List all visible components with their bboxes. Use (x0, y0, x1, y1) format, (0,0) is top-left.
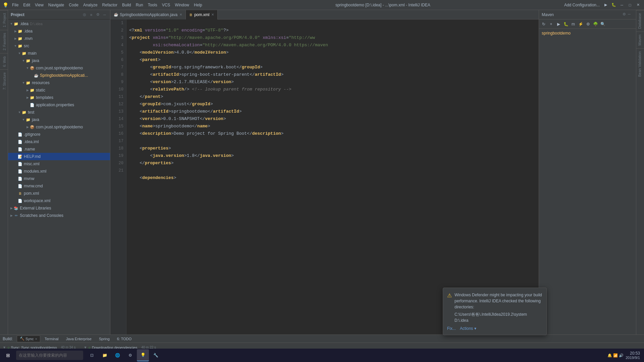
tree-item-resources[interactable]: ▼ 📁 resources (8, 79, 110, 86)
menu-build[interactable]: Build (120, 2, 133, 8)
tree-item-name[interactable]: 📄 .name (8, 145, 110, 153)
tree-item-app-java[interactable]: ☕ SpringbootdemoApplicati... (8, 72, 110, 79)
tree-item-templates[interactable]: ▶ 📁 templates (8, 94, 110, 101)
tree-item-mvnw[interactable]: 📄 mvnw (8, 175, 110, 182)
tree-label: HELP.md (24, 154, 41, 159)
tree-item-mvnw-cmd[interactable]: 📄 mvnw.cmd (8, 182, 110, 190)
project-expand-btn[interactable]: ≡ (89, 12, 94, 17)
project-close-btn[interactable]: ─ (102, 12, 107, 17)
tree-item-mvn[interactable]: ▶ 📁 .mvn (8, 35, 110, 42)
tree-label: mvnw.cmd (24, 184, 43, 188)
tree-item-workspace-xml[interactable]: 📄 workspace.xml (8, 197, 110, 204)
lvtab-project[interactable]: 1: Project (0, 10, 8, 30)
menu-run[interactable]: Run (134, 2, 145, 8)
maven-debug-btn[interactable]: 🐛 (562, 21, 569, 27)
run-button[interactable]: ▶ (602, 2, 609, 8)
build-tab-close[interactable]: × (35, 337, 37, 341)
menu-edit[interactable]: Edit (21, 2, 32, 8)
maven-search-btn[interactable]: 🔍 (599, 21, 606, 27)
xml-file-icon: 📄 (17, 198, 23, 203)
maven-phase-btn[interactable]: ⚡ (577, 21, 584, 27)
menu-help[interactable]: Help (192, 2, 204, 8)
maven-run-btn[interactable]: ▶ (555, 21, 562, 27)
tab-springbootdemo-app[interactable]: ☕ SpringbootdemoApplication.java ✕ (110, 10, 186, 19)
menu-tools[interactable]: Tools (146, 2, 159, 8)
maven-project-item[interactable]: springbootdemo (540, 30, 635, 36)
tree-item-idea-root[interactable]: ▼ 📁 .idea D:\.idea (8, 20, 110, 27)
tree-item-src[interactable]: ▼ 📁 src (8, 42, 110, 50)
menu-code[interactable]: Code (67, 2, 80, 8)
tree-item-app-props[interactable]: 📄 application.properties (8, 101, 110, 109)
tab-pom-xml[interactable]: 🗎 pom.xml ✕ (186, 10, 218, 19)
taskbar-task-view[interactable]: ⊡ (86, 349, 98, 361)
start-button[interactable]: ⊞ (1, 349, 15, 362)
menu-refactor[interactable]: Refactor (100, 2, 119, 8)
taskbar-edge[interactable]: 🌐 (111, 349, 123, 361)
arrow-icon: ▼ (17, 52, 21, 55)
line-num: 1 (113, 19, 123, 27)
vtab-maven[interactable]: Maven (636, 32, 644, 48)
taskbar-intellij[interactable]: 💡 (137, 349, 149, 361)
maven-add-btn[interactable]: + (548, 21, 554, 27)
lvtab-structure[interactable]: 7: Structure (0, 69, 8, 93)
tree-item-package[interactable]: ▼ 📦 com.jxust.springbootdemo (8, 64, 110, 72)
vtab-bean-validation[interactable]: Bean Validation (636, 48, 644, 79)
vtab-database[interactable]: Database (636, 10, 644, 32)
tree-item-gitignore[interactable]: 📄 .gitignore (8, 131, 110, 138)
tree-item-test-package[interactable]: ▶ 📦 com.jxust.springbootdemo (8, 123, 110, 131)
lvtab-favorites[interactable]: 2: Favorites (0, 30, 8, 53)
tree-item-pom-xml[interactable]: 🗎 pom.xml (8, 190, 110, 197)
bottom-tab-todo[interactable]: 6: TODO (114, 336, 135, 342)
tree-item-idea-sub[interactable]: ▶ 📁 .idea (8, 27, 110, 35)
bottom-tab-terminal[interactable]: Terminal (42, 336, 62, 342)
tab-close-btn[interactable]: ✕ (179, 13, 182, 16)
maven-refresh-btn[interactable]: ↻ (540, 21, 547, 27)
search-input[interactable] (19, 353, 69, 358)
menu-vcs[interactable]: VCS (160, 2, 172, 8)
tree-item-scratches[interactable]: ▶ ✏ Scratches and Consoles (8, 212, 110, 219)
menu-file[interactable]: File (10, 2, 20, 8)
maven-close-btn[interactable]: ─ (628, 12, 633, 17)
project-settings-btn[interactable]: ⚙ (95, 12, 101, 17)
tree-label: modules.xml (24, 169, 46, 174)
tree-item-java[interactable]: ▼ 📁 java (8, 57, 110, 64)
tree-item-idea-iml[interactable]: 📄 .idea.iml (8, 138, 110, 145)
bottom-tab-build[interactable]: 🔨 Sync × (17, 336, 40, 342)
close-button[interactable]: ✕ (635, 2, 641, 8)
maximize-button[interactable]: □ (627, 2, 633, 8)
maven-skip-btn[interactable]: m (570, 21, 577, 27)
tree-item-misc-xml[interactable]: 📄 misc.xml (8, 160, 110, 168)
maven-settings-tool-btn[interactable]: ⚙ (585, 21, 591, 27)
file-icon: 📄 (17, 183, 23, 189)
search-box[interactable] (16, 351, 83, 360)
maven-tree-btn[interactable]: 🌳 (592, 21, 599, 27)
tree-item-help-md[interactable]: 📝 HELP.md (8, 153, 110, 160)
fix-link[interactable]: Fix... (447, 326, 456, 331)
bottom-tab-spring[interactable]: Spring (96, 336, 113, 342)
tree-label: main (28, 51, 37, 56)
tree-item-main[interactable]: ▼ 📁 main (8, 50, 110, 57)
project-locate-btn[interactable]: ◎ (82, 12, 87, 17)
tree-item-modules-xml[interactable]: 📄 modules.xml (8, 168, 110, 175)
tree-item-static[interactable]: ▶ 📁 static (8, 86, 110, 94)
menu-view[interactable]: View (33, 2, 46, 8)
add-configuration-button[interactable]: Add Configuration... (561, 2, 602, 8)
menu-navigate[interactable]: Navigate (46, 2, 66, 8)
tree-item-test[interactable]: ▼ 📁 test (8, 109, 110, 116)
menu-analyze[interactable]: Analyze (81, 2, 100, 8)
taskbar-settings[interactable]: ⚙ (124, 349, 136, 361)
bottom-tab-java-enterprise[interactable]: Java Enterprise (63, 336, 95, 342)
tab-close-btn[interactable]: ✕ (211, 13, 214, 16)
tree-item-ext-libs[interactable]: ▶ 📚 External Libraries (8, 204, 110, 212)
taskbar-file-explorer[interactable]: 📁 (99, 349, 111, 361)
code-content[interactable]: <?xml version="1.0" encoding="UTF-8"?> <… (126, 19, 539, 335)
actions-dropdown[interactable]: Actions ▾ (460, 326, 476, 331)
tree-label: .name (24, 147, 35, 152)
taskbar-misc[interactable]: 🔧 (150, 349, 162, 361)
tree-item-test-java[interactable]: ▼ 📁 java (8, 116, 110, 123)
minimize-button[interactable]: ─ (619, 2, 625, 8)
lvtab-web[interactable]: 6: Web (0, 53, 8, 70)
debug-button[interactable]: 🐛 (610, 2, 617, 8)
menu-window[interactable]: Window (173, 2, 191, 8)
maven-settings-btn[interactable]: ⚙ (623, 12, 628, 17)
